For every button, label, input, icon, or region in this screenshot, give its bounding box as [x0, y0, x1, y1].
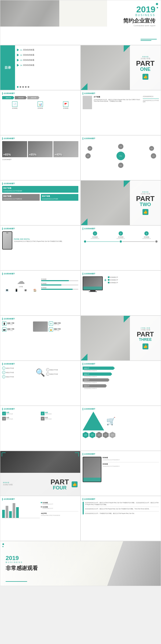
slide-13-monitor: 点击添加标题字 + 添加标题文字 添加标题文字 — [80, 270, 161, 316]
s22-content: 先生标题 点击此处添加正文文字 先生标题 点击此处添加正文文字 •备忘声明 点击… — [2, 502, 78, 518]
corner-teal-top — [124, 45, 130, 52]
s22-sq-2 — [41, 506, 42, 507]
s13-items: 添加标题文字 添加标题文字 添加标题文字 — [108, 276, 159, 283]
icon-doc: 📄 — [12, 101, 17, 107]
node-left: 文字 — [85, 153, 91, 159]
corner2-bottom — [81, 218, 87, 225]
s6-title: 点击添加标题字 — [2, 137, 78, 140]
s16-item-3: 3 标题文字内容 — [2, 375, 35, 378]
slide-2-toc: 目录 01 添加你的标题 02 添加你的标题 03 添加你的标题 04 — [0, 45, 80, 90]
s18-desc-2: 添加文字说明 — [45, 413, 79, 415]
item-text-1: 添加你的标题 — [23, 49, 34, 51]
s18-item-2: 2 标题 添加文字说明 — [41, 412, 79, 415]
s23-divider2 — [85, 511, 159, 511]
s8-box-teal: 添加子标题 点击此处添加正文文字内容说明 — [2, 186, 78, 193]
s22-chart — [2, 502, 40, 518]
icon-label-3: 添加标题 — [63, 107, 68, 109]
s5-text-area: 主干标题 点击此处添加正文文字。建议正文字体为 Regular Body 11p… — [94, 96, 141, 109]
s18-text-1: 标题 添加文字说明 — [6, 412, 40, 415]
s10-text: PHONE AND DIGITAL 点击此处添加正文文字建议正文字体为 Regu… — [14, 238, 78, 243]
s12-bar-2: 添加标题 — [41, 283, 79, 286]
hexagons-row: 文字 文字 文字 文字 文字 — [83, 432, 159, 438]
note-title: •备忘声明 — [41, 513, 78, 514]
thanks-line — [6, 581, 27, 582]
thanks-dot-1 — [2, 543, 4, 545]
hex-5: 文字 — [109, 432, 115, 438]
slide-row-7: 点击添加标题字 ☁ 云存储 💻 📱 🖥 🏠 添加标题 — [0, 270, 161, 316]
arrow-item-2: 标题文字 点击此处添加正文内容文字 — [83, 372, 159, 377]
cloud-label: 云存储 — [2, 286, 40, 287]
s5-title: 点击添加标题字 — [83, 92, 159, 95]
item-text-3: 添加你的标题 — [23, 59, 34, 61]
bar-3 — [9, 511, 12, 518]
part4-labels: PART FOUR — [50, 478, 69, 490]
arrow-label-1: 标题文字 — [83, 367, 115, 370]
s14-text-4: 标题 4 字样 添加子标题 — [54, 328, 79, 331]
thumb2-icon: 👍 — [142, 209, 148, 215]
monitor-base — [89, 291, 97, 292]
s12-list: 添加标题 添加标题 添加标题 — [41, 278, 79, 290]
bar-bg-3 — [41, 289, 79, 290]
year-text: 2019 — [123, 5, 155, 14]
icon-flag: 🚩 — [63, 101, 68, 107]
slide-row-10: 点击添加标题字 1 标题 添加文字说明 2 标题 添加文字说明 3 — [0, 406, 161, 451]
s14-col2: ⚙ 标题 3 字样 添加子标题 🔒 标题 4 字样 添加子标题 — [49, 321, 79, 332]
arrow-desc-3: 点击此处添加正文内容文字 — [83, 382, 159, 383]
node-bottom: 文字 — [118, 163, 123, 168]
bottom-panel — [0, 27, 161, 45]
arrow-item-4: 标题文字 点击此处添加正文内容文字 — [83, 384, 159, 389]
s22-desc-2: 点击此处添加正文文字 — [42, 508, 78, 509]
item-text-2: 点击此处添加正文 — [108, 238, 133, 239]
s16-item-1: 1 标题文字内容 — [2, 367, 35, 370]
arrow-label-2: 标题文字 — [83, 372, 112, 376]
line-1 — [141, 39, 157, 39]
monitor-bar — [83, 287, 102, 290]
s14-col1: 📱 标题 1 字样 添加子标题 📷 标题 2 字样 添加子标题 — [2, 321, 32, 332]
slide-21-tablet: 点击添加标题字 添加标题 点击此处添加正文文字内容说明文字 添加标题 点击此处添… — [80, 451, 161, 496]
s8-box-gray-text: 点击此处添加正文文字说明内容 — [3, 198, 39, 200]
s14-desc-3: 添加子标题 — [54, 324, 79, 325]
part4-four-text: FOUR — [53, 485, 67, 490]
s10-title: 点击添加标题字 — [2, 228, 78, 230]
timeline — [83, 240, 159, 243]
s18-text-4: 标题 添加文字说明 — [45, 417, 79, 420]
s13-item-2: 添加标题文字 — [108, 279, 159, 281]
thanks-dot-2 — [2, 546, 3, 547]
s16-content: 1 标题文字内容 2 标题文字内容 3 标题文字内容 🔍 4 标题文字内容 — [2, 367, 78, 378]
s22-text: 先生标题 点击此处添加正文文字 先生标题 点击此处添加正文文字 •备忘声明 点击… — [41, 502, 78, 518]
flow-2: 流程名称 — [15, 96, 27, 99]
arrow-item-3: 标题文字 点击此处添加正文内容文字 — [83, 378, 159, 383]
s21-line — [103, 462, 159, 462]
slide-4-flow: 点击添加标题字 流程名称 流程名称 流程名称 📄 添加标题 📊 添加标题 🚩 添… — [0, 90, 80, 135]
hex-3: 文字 — [96, 432, 102, 438]
s14-item-3: ⚙ 标题 3 字样 添加子标题 — [49, 321, 79, 326]
thanks-year: 2019 — [6, 555, 38, 561]
s11-item-1: 1 添加标题 点击此处添加正文 — [83, 231, 107, 239]
bar-1 — [2, 510, 5, 518]
s21-content: 添加标题 点击此处添加正文文字内容说明文字 添加标题 点击此处添加正文文字内容说… — [83, 457, 159, 482]
s16-text-2: 标题文字内容 — [6, 372, 14, 373]
thumb4-icon: 👍 — [72, 481, 78, 487]
slide-row-6: 点击添加标题字 PHONE AND DIGITAL 点击此处添加正文文字建议正文… — [0, 225, 161, 270]
s21-subtitle2: 添加标题 — [103, 463, 159, 465]
stat-num-2: +85% — [29, 153, 36, 156]
s16-text-5: 标题文字内容 — [50, 373, 58, 375]
num-4: 04 — [20, 64, 22, 66]
s16-right-list: 4 标题文字内容 5 标题文字内容 — [46, 368, 79, 377]
slide-row-9: 点击添加标题字 1 标题文字内容 2 标题文字内容 3 标题文字内容 🔍 — [0, 361, 161, 406]
s14-desc-2: 添加子标题 — [7, 330, 32, 331]
part3-panel: 介绍输入标题 介绍输入标题 PART THREE 👍 — [130, 316, 161, 360]
flow-1: 流程名称 — [2, 96, 14, 99]
arrow-3 — [17, 59, 19, 61]
toc-item-2: 02 添加你的标题 — [17, 54, 78, 56]
item-text-4: 添加你的标题 — [23, 64, 34, 67]
bar-chart — [2, 502, 40, 518]
slide-1-title: 2019 BUSINESS 简约企业宣传 Contracted work rep… — [0, 0, 161, 45]
num-box-1: 1 — [2, 412, 6, 415]
s14-text-1: 标题 1 字样 添加子标题 — [7, 322, 32, 325]
item-text-1: 点击此处添加正文 — [83, 238, 107, 239]
flow-3: 流程名称 — [27, 96, 39, 99]
s23-divider — [85, 507, 159, 507]
bottom-lines — [141, 39, 157, 41]
two-text: TWO — [140, 202, 151, 207]
